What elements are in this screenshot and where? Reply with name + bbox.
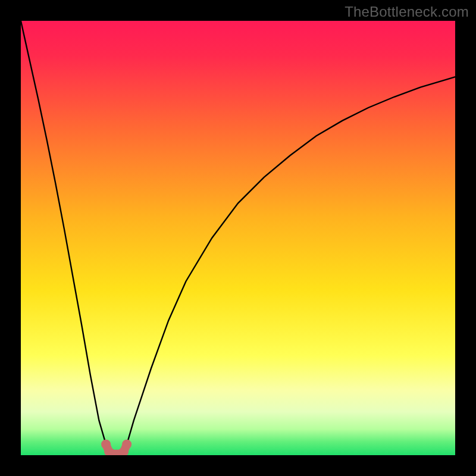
watermark-text: TheBottleneck.com bbox=[345, 4, 469, 20]
chart-svg bbox=[21, 21, 455, 455]
gradient-background bbox=[21, 21, 455, 455]
valley-marker-dot bbox=[122, 440, 131, 449]
chart-frame: TheBottleneck.com bbox=[0, 0, 476, 476]
plot-area bbox=[21, 21, 455, 455]
